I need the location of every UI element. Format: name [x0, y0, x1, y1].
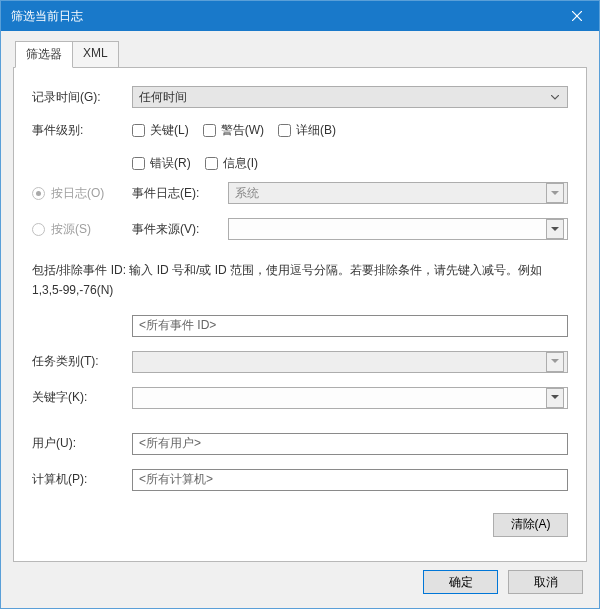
row-user: 用户(U): <所有用户> — [32, 433, 568, 455]
field-user: <所有用户> — [132, 433, 568, 455]
cancel-button[interactable]: 取消 — [508, 570, 583, 594]
event-id-input[interactable]: <所有事件 ID> — [132, 315, 568, 337]
task-category-dropdown-button — [546, 352, 564, 372]
row-event-level: 事件级别: 关键(L) 警告(W) 详细(B) — [32, 122, 568, 172]
event-log-value: 系统 — [235, 185, 546, 202]
field-computer: <所有计算机> — [132, 469, 568, 491]
task-category-dropdown — [132, 351, 568, 373]
field-logged-time: 任何时间 — [132, 86, 568, 108]
label-by-source-wrap: 按源(S) — [32, 221, 132, 238]
chk-info-input[interactable] — [205, 157, 218, 170]
radio-by-source: 按源(S) — [32, 221, 91, 238]
event-log-dropdown: 系统 — [228, 182, 568, 204]
tab-filter-label: 筛选器 — [26, 47, 62, 61]
row-clear: 清除(A) — [32, 513, 568, 537]
event-source-dropdown-button[interactable] — [546, 219, 564, 239]
field-keywords — [132, 387, 568, 409]
logged-time-dropdown[interactable]: 任何时间 — [132, 86, 568, 108]
computer-input[interactable]: <所有计算机> — [132, 469, 568, 491]
down-triangle-icon — [551, 395, 559, 400]
clear-button[interactable]: 清除(A) — [493, 513, 568, 537]
chk-info[interactable]: 信息(I) — [205, 155, 258, 172]
radio-by-log-label: 按日志(O) — [51, 185, 104, 202]
chk-verbose-input[interactable] — [278, 124, 291, 137]
event-source-dropdown[interactable] — [228, 218, 568, 240]
logged-time-value: 任何时间 — [139, 89, 547, 106]
row-event-id: <所有事件 ID> — [32, 315, 568, 337]
user-input[interactable]: <所有用户> — [132, 433, 568, 455]
row-keywords: 关键字(K): — [32, 387, 568, 409]
close-button[interactable] — [554, 1, 599, 31]
dialog-window: 筛选当前日志 筛选器 XML 记录时间(G): — [0, 0, 600, 609]
row-computer: 计算机(P): <所有计算机> — [32, 469, 568, 491]
tab-xml-label: XML — [83, 46, 108, 60]
row-by-log: 按日志(O) 事件日志(E): 系统 — [32, 182, 568, 204]
label-event-source: 事件来源(V): — [132, 221, 214, 238]
label-event-log: 事件日志(E): — [132, 185, 214, 202]
field-event-id: <所有事件 ID> — [132, 315, 568, 337]
label-user: 用户(U): — [32, 435, 132, 452]
dialog-content: 筛选器 XML 记录时间(G): 任何时间 — [1, 31, 599, 608]
row-by-source: 按源(S) 事件来源(V): — [32, 218, 568, 240]
chk-info-label: 信息(I) — [223, 155, 258, 172]
chk-error[interactable]: 错误(R) — [132, 155, 191, 172]
down-triangle-icon — [551, 227, 559, 232]
event-id-placeholder: <所有事件 ID> — [139, 317, 216, 334]
chk-verbose-label: 详细(B) — [296, 122, 336, 139]
tab-strip: 筛选器 XML — [15, 41, 587, 68]
radio-by-log: 按日志(O) — [32, 185, 104, 202]
label-keywords: 关键字(K): — [32, 389, 132, 406]
event-id-help-text: 包括/排除事件 ID: 输入 ID 号和/或 ID 范围，使用逗号分隔。若要排除… — [32, 260, 568, 301]
chk-critical-input[interactable] — [132, 124, 145, 137]
chk-warning-label: 警告(W) — [221, 122, 264, 139]
chk-verbose[interactable]: 详细(B) — [278, 122, 336, 139]
tab-host: 筛选器 XML 记录时间(G): 任何时间 — [13, 41, 587, 562]
cancel-button-label: 取消 — [534, 575, 558, 589]
tab-xml[interactable]: XML — [72, 41, 119, 68]
label-event-level: 事件级别: — [32, 122, 132, 139]
keywords-dropdown-button[interactable] — [546, 388, 564, 408]
row-logged-time: 记录时间(G): 任何时间 — [32, 86, 568, 108]
chk-warning[interactable]: 警告(W) — [203, 122, 264, 139]
down-triangle-icon — [551, 359, 559, 364]
field-event-log: 事件日志(E): 系统 — [132, 182, 568, 204]
label-logged-time: 记录时间(G): — [32, 89, 132, 106]
label-computer: 计算机(P): — [32, 471, 132, 488]
field-event-level: 关键(L) 警告(W) 详细(B) 错误(R — [132, 122, 568, 172]
chk-error-label: 错误(R) — [150, 155, 191, 172]
chevron-down-icon — [547, 95, 563, 100]
titlebar: 筛选当前日志 — [1, 1, 599, 31]
label-task-category: 任务类别(T): — [32, 353, 132, 370]
label-by-log-wrap: 按日志(O) — [32, 185, 132, 202]
event-log-dropdown-button — [546, 183, 564, 203]
chk-critical-label: 关键(L) — [150, 122, 189, 139]
close-icon — [572, 11, 582, 21]
chk-warning-input[interactable] — [203, 124, 216, 137]
chk-critical[interactable]: 关键(L) — [132, 122, 189, 139]
radio-by-source-label: 按源(S) — [51, 221, 91, 238]
radio-by-source-circle — [32, 223, 45, 236]
chk-error-input[interactable] — [132, 157, 145, 170]
row-task-category: 任务类别(T): — [32, 351, 568, 373]
tab-filter[interactable]: 筛选器 — [15, 41, 73, 68]
ok-button-label: 确定 — [449, 575, 473, 589]
user-placeholder: <所有用户> — [139, 435, 201, 452]
clear-button-label: 清除(A) — [511, 517, 551, 531]
field-event-source: 事件来源(V): — [132, 218, 568, 240]
tab-body: 记录时间(G): 任何时间 事件级别: — [13, 67, 587, 562]
keywords-dropdown[interactable] — [132, 387, 568, 409]
field-task-category — [132, 351, 568, 373]
button-bar: 确定 取消 — [13, 562, 587, 594]
ok-button[interactable]: 确定 — [423, 570, 498, 594]
computer-placeholder: <所有计算机> — [139, 471, 213, 488]
down-triangle-icon — [551, 191, 559, 196]
radio-by-log-circle — [32, 187, 45, 200]
dialog-title: 筛选当前日志 — [11, 8, 554, 25]
